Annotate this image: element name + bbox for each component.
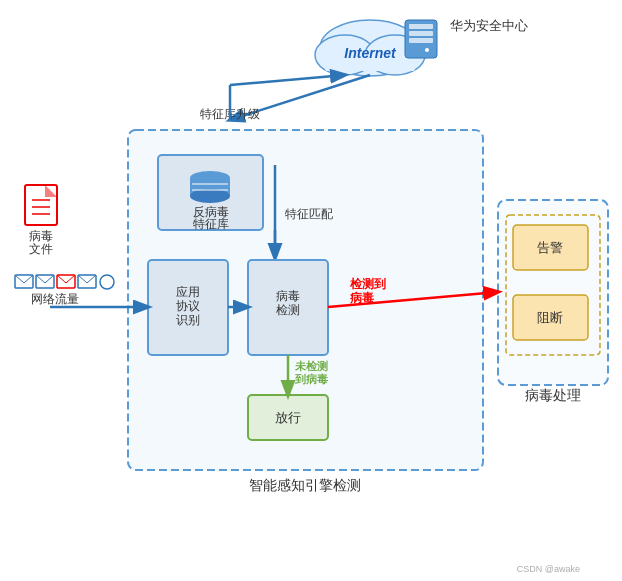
svg-text:病毒: 病毒 [349,291,375,305]
svg-point-17 [190,171,230,185]
svg-text:检测: 检测 [276,303,300,317]
svg-rect-60 [15,275,33,288]
svg-rect-46 [513,295,588,340]
svg-text:未检测: 未检测 [294,360,328,372]
svg-rect-6 [405,20,437,58]
svg-text:到病毒: 到病毒 [294,373,328,385]
svg-rect-7 [409,24,433,29]
svg-text:CSDN @awake: CSDN @awake [517,564,580,574]
svg-point-1 [315,35,375,75]
svg-rect-36 [248,395,328,440]
svg-text:放行: 放行 [275,410,301,425]
svg-rect-9 [409,38,433,43]
svg-line-12 [230,75,370,120]
svg-point-64 [100,275,114,289]
svg-text:特征库升级: 特征库升级 [200,107,260,121]
svg-rect-53 [25,185,57,225]
svg-text:阻断: 阻断 [537,310,563,325]
svg-point-10 [425,48,429,52]
svg-rect-4 [326,56,414,71]
svg-line-52 [230,75,345,85]
svg-rect-13 [128,130,483,470]
svg-line-41 [328,292,498,307]
svg-text:文件: 文件 [29,242,53,256]
svg-rect-18 [190,178,230,196]
svg-text:协议: 协议 [176,299,200,313]
svg-text:反病毒: 反病毒 [193,205,229,219]
svg-rect-16 [158,155,263,230]
svg-rect-63 [78,275,96,288]
svg-text:华为安全中心: 华为安全中心 [450,18,528,33]
svg-point-2 [365,35,425,75]
svg-point-19 [190,189,230,203]
svg-rect-62 [57,275,75,288]
svg-rect-61 [36,275,54,288]
svg-text:应用: 应用 [176,285,200,299]
svg-point-0 [320,20,420,76]
svg-text:告警: 告警 [537,240,563,255]
svg-text:网络流量: 网络流量 [31,292,79,306]
svg-text:检测到: 检测到 [349,277,386,291]
svg-text:特征库: 特征库 [193,217,229,231]
svg-rect-8 [409,31,433,36]
arrows-svg: Internet 华为安全中心 反病毒 特征库 特征匹配 [0,0,622,581]
svg-marker-54 [45,185,57,197]
svg-text:Internet: Internet [344,45,397,61]
svg-text:病毒: 病毒 [276,289,300,303]
diagram-container: Internet 华为安全中心 反病毒 特征库 特征匹配 [0,0,622,581]
svg-text:智能感知引擎检测: 智能感知引擎检测 [249,477,361,493]
svg-rect-44 [513,225,588,270]
svg-text:病毒处理: 病毒处理 [525,387,581,403]
svg-rect-14 [498,200,608,385]
svg-rect-3 [325,50,415,70]
svg-rect-31 [248,260,328,355]
svg-text:识别: 识别 [176,313,200,327]
svg-text:特征匹配: 特征匹配 [285,207,333,221]
svg-rect-15 [506,215,600,355]
svg-text:病毒: 病毒 [29,229,53,243]
svg-rect-27 [148,260,228,355]
